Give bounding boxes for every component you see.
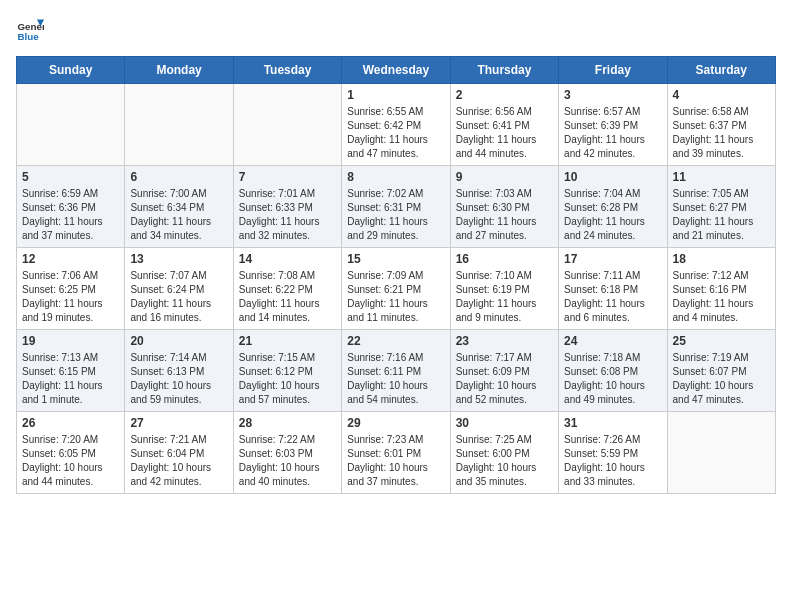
- table-row: 11Sunrise: 7:05 AMSunset: 6:27 PMDayligh…: [667, 166, 775, 248]
- table-row: [667, 412, 775, 494]
- day-number: 20: [130, 334, 227, 348]
- table-row: 30Sunrise: 7:25 AMSunset: 6:00 PMDayligh…: [450, 412, 558, 494]
- table-row: 25Sunrise: 7:19 AMSunset: 6:07 PMDayligh…: [667, 330, 775, 412]
- table-row: 20Sunrise: 7:14 AMSunset: 6:13 PMDayligh…: [125, 330, 233, 412]
- day-number: 3: [564, 88, 661, 102]
- day-info: Sunrise: 7:26 AMSunset: 5:59 PMDaylight:…: [564, 433, 661, 489]
- table-row: 17Sunrise: 7:11 AMSunset: 6:18 PMDayligh…: [559, 248, 667, 330]
- day-number: 9: [456, 170, 553, 184]
- calendar-week-5: 26Sunrise: 7:20 AMSunset: 6:05 PMDayligh…: [17, 412, 776, 494]
- table-row: 18Sunrise: 7:12 AMSunset: 6:16 PMDayligh…: [667, 248, 775, 330]
- day-number: 13: [130, 252, 227, 266]
- day-info: Sunrise: 7:00 AMSunset: 6:34 PMDaylight:…: [130, 187, 227, 243]
- header-tuesday: Tuesday: [233, 57, 341, 84]
- table-row: 21Sunrise: 7:15 AMSunset: 6:12 PMDayligh…: [233, 330, 341, 412]
- logo-icon: General Blue: [16, 16, 44, 44]
- header-wednesday: Wednesday: [342, 57, 450, 84]
- weekday-header-row: Sunday Monday Tuesday Wednesday Thursday…: [17, 57, 776, 84]
- table-row: 31Sunrise: 7:26 AMSunset: 5:59 PMDayligh…: [559, 412, 667, 494]
- table-row: 15Sunrise: 7:09 AMSunset: 6:21 PMDayligh…: [342, 248, 450, 330]
- header-sunday: Sunday: [17, 57, 125, 84]
- day-number: 29: [347, 416, 444, 430]
- calendar-week-4: 19Sunrise: 7:13 AMSunset: 6:15 PMDayligh…: [17, 330, 776, 412]
- day-number: 14: [239, 252, 336, 266]
- header-thursday: Thursday: [450, 57, 558, 84]
- day-number: 6: [130, 170, 227, 184]
- day-info: Sunrise: 7:14 AMSunset: 6:13 PMDaylight:…: [130, 351, 227, 407]
- day-info: Sunrise: 7:15 AMSunset: 6:12 PMDaylight:…: [239, 351, 336, 407]
- day-info: Sunrise: 7:07 AMSunset: 6:24 PMDaylight:…: [130, 269, 227, 325]
- day-number: 11: [673, 170, 770, 184]
- day-number: 30: [456, 416, 553, 430]
- day-info: Sunrise: 7:16 AMSunset: 6:11 PMDaylight:…: [347, 351, 444, 407]
- header-saturday: Saturday: [667, 57, 775, 84]
- table-row: 7Sunrise: 7:01 AMSunset: 6:33 PMDaylight…: [233, 166, 341, 248]
- day-info: Sunrise: 7:17 AMSunset: 6:09 PMDaylight:…: [456, 351, 553, 407]
- calendar-table: Sunday Monday Tuesday Wednesday Thursday…: [16, 56, 776, 494]
- day-number: 17: [564, 252, 661, 266]
- day-number: 15: [347, 252, 444, 266]
- day-info: Sunrise: 7:23 AMSunset: 6:01 PMDaylight:…: [347, 433, 444, 489]
- table-row: [233, 84, 341, 166]
- table-row: 6Sunrise: 7:00 AMSunset: 6:34 PMDaylight…: [125, 166, 233, 248]
- header-monday: Monday: [125, 57, 233, 84]
- day-info: Sunrise: 7:22 AMSunset: 6:03 PMDaylight:…: [239, 433, 336, 489]
- day-info: Sunrise: 7:13 AMSunset: 6:15 PMDaylight:…: [22, 351, 119, 407]
- day-info: Sunrise: 7:09 AMSunset: 6:21 PMDaylight:…: [347, 269, 444, 325]
- day-number: 7: [239, 170, 336, 184]
- day-info: Sunrise: 7:02 AMSunset: 6:31 PMDaylight:…: [347, 187, 444, 243]
- table-row: 24Sunrise: 7:18 AMSunset: 6:08 PMDayligh…: [559, 330, 667, 412]
- day-info: Sunrise: 6:55 AMSunset: 6:42 PMDaylight:…: [347, 105, 444, 161]
- day-number: 10: [564, 170, 661, 184]
- day-info: Sunrise: 7:04 AMSunset: 6:28 PMDaylight:…: [564, 187, 661, 243]
- day-number: 23: [456, 334, 553, 348]
- table-row: 29Sunrise: 7:23 AMSunset: 6:01 PMDayligh…: [342, 412, 450, 494]
- table-row: 22Sunrise: 7:16 AMSunset: 6:11 PMDayligh…: [342, 330, 450, 412]
- table-row: 2Sunrise: 6:56 AMSunset: 6:41 PMDaylight…: [450, 84, 558, 166]
- day-info: Sunrise: 7:21 AMSunset: 6:04 PMDaylight:…: [130, 433, 227, 489]
- header: General Blue: [16, 16, 776, 44]
- table-row: 14Sunrise: 7:08 AMSunset: 6:22 PMDayligh…: [233, 248, 341, 330]
- day-number: 26: [22, 416, 119, 430]
- day-info: Sunrise: 7:20 AMSunset: 6:05 PMDaylight:…: [22, 433, 119, 489]
- table-row: 5Sunrise: 6:59 AMSunset: 6:36 PMDaylight…: [17, 166, 125, 248]
- svg-text:Blue: Blue: [17, 31, 39, 42]
- table-row: 26Sunrise: 7:20 AMSunset: 6:05 PMDayligh…: [17, 412, 125, 494]
- header-friday: Friday: [559, 57, 667, 84]
- day-info: Sunrise: 7:11 AMSunset: 6:18 PMDaylight:…: [564, 269, 661, 325]
- table-row: 3Sunrise: 6:57 AMSunset: 6:39 PMDaylight…: [559, 84, 667, 166]
- day-number: 16: [456, 252, 553, 266]
- calendar-week-3: 12Sunrise: 7:06 AMSunset: 6:25 PMDayligh…: [17, 248, 776, 330]
- table-row: [125, 84, 233, 166]
- day-info: Sunrise: 7:12 AMSunset: 6:16 PMDaylight:…: [673, 269, 770, 325]
- day-number: 4: [673, 88, 770, 102]
- table-row: 19Sunrise: 7:13 AMSunset: 6:15 PMDayligh…: [17, 330, 125, 412]
- day-number: 28: [239, 416, 336, 430]
- day-info: Sunrise: 6:58 AMSunset: 6:37 PMDaylight:…: [673, 105, 770, 161]
- table-row: 4Sunrise: 6:58 AMSunset: 6:37 PMDaylight…: [667, 84, 775, 166]
- table-row: 23Sunrise: 7:17 AMSunset: 6:09 PMDayligh…: [450, 330, 558, 412]
- day-number: 5: [22, 170, 119, 184]
- day-number: 31: [564, 416, 661, 430]
- day-info: Sunrise: 7:01 AMSunset: 6:33 PMDaylight:…: [239, 187, 336, 243]
- day-number: 18: [673, 252, 770, 266]
- day-number: 1: [347, 88, 444, 102]
- table-row: [17, 84, 125, 166]
- day-number: 22: [347, 334, 444, 348]
- table-row: 9Sunrise: 7:03 AMSunset: 6:30 PMDaylight…: [450, 166, 558, 248]
- table-row: 10Sunrise: 7:04 AMSunset: 6:28 PMDayligh…: [559, 166, 667, 248]
- table-row: 12Sunrise: 7:06 AMSunset: 6:25 PMDayligh…: [17, 248, 125, 330]
- table-row: 8Sunrise: 7:02 AMSunset: 6:31 PMDaylight…: [342, 166, 450, 248]
- day-number: 21: [239, 334, 336, 348]
- calendar-week-1: 1Sunrise: 6:55 AMSunset: 6:42 PMDaylight…: [17, 84, 776, 166]
- table-row: 27Sunrise: 7:21 AMSunset: 6:04 PMDayligh…: [125, 412, 233, 494]
- table-row: 1Sunrise: 6:55 AMSunset: 6:42 PMDaylight…: [342, 84, 450, 166]
- day-number: 8: [347, 170, 444, 184]
- day-number: 25: [673, 334, 770, 348]
- day-number: 2: [456, 88, 553, 102]
- table-row: 16Sunrise: 7:10 AMSunset: 6:19 PMDayligh…: [450, 248, 558, 330]
- day-info: Sunrise: 7:03 AMSunset: 6:30 PMDaylight:…: [456, 187, 553, 243]
- calendar-week-2: 5Sunrise: 6:59 AMSunset: 6:36 PMDaylight…: [17, 166, 776, 248]
- day-number: 12: [22, 252, 119, 266]
- day-info: Sunrise: 7:06 AMSunset: 6:25 PMDaylight:…: [22, 269, 119, 325]
